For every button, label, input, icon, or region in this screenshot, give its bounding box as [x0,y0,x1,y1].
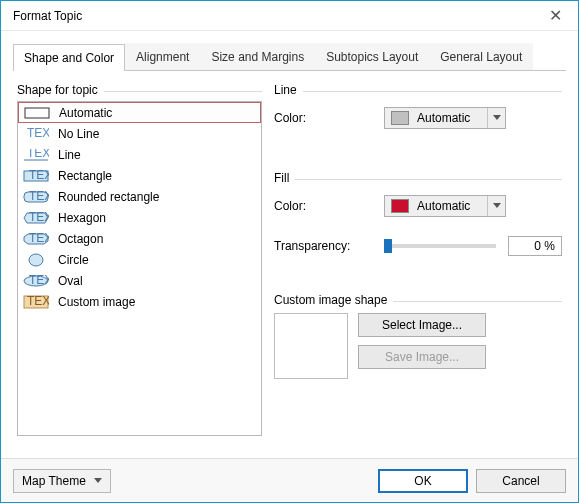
line-color-select[interactable]: Automatic [384,107,506,129]
triangle-down-icon [94,478,102,484]
svg-text:TEXT: TEXT [27,149,49,160]
transparency-label: Transparency: [274,239,384,253]
rectangle-outline-icon [23,106,51,120]
svg-marker-18 [493,203,501,208]
svg-text:TEXT: TEXT [29,275,49,287]
svg-rect-0 [25,108,49,118]
rectangle-icon: TEXT [22,169,50,183]
cancel-button[interactable]: Cancel [476,469,566,493]
fill-color-value: Automatic [415,199,487,213]
shape-item-rectangle[interactable]: TEXT Rectangle [18,165,261,186]
fill-group-title: Fill [274,171,295,185]
no-line-icon: TEXT [22,127,50,141]
tab-general-layout[interactable]: General Layout [429,43,533,70]
chevron-down-icon [487,108,505,128]
custom-image-title: Custom image shape [274,293,393,307]
hexagon-icon: TEXT [22,211,50,225]
fill-color-select[interactable]: Automatic [384,195,506,217]
shape-item-label: Rectangle [58,169,112,183]
tab-alignment[interactable]: Alignment [125,43,200,70]
slider-thumb[interactable] [384,239,392,253]
transparency-input[interactable] [508,236,562,256]
map-theme-dropdown[interactable]: Map Theme [13,469,111,493]
custom-image-group: Custom image shape Select Image... Save … [274,293,562,379]
shape-item-label: No Line [58,127,99,141]
shape-for-topic-label: Shape for topic [17,83,104,97]
svg-text:TEXT: TEXT [27,295,49,308]
custom-image-icon: TEXT [22,295,50,309]
svg-point-12 [29,254,43,266]
fill-color-swatch [391,199,409,213]
svg-marker-19 [94,478,102,483]
oval-icon: TEXT [22,274,50,288]
svg-text:TEXT: TEXT [29,233,49,245]
dialog-footer: Map Theme OK Cancel [1,458,578,502]
shape-item-custom-image[interactable]: TEXT Custom image [18,291,261,312]
line-color-label: Color: [274,111,384,125]
save-image-button: Save Image... [358,345,486,369]
svg-text:TEXT: TEXT [29,191,49,203]
circle-icon [22,253,50,267]
shape-item-automatic[interactable]: Automatic [18,102,261,123]
line-color-value: Automatic [415,111,487,125]
fill-color-label: Color: [274,199,384,213]
shape-item-label: Line [58,148,81,162]
shape-item-label: Custom image [58,295,135,309]
shape-item-octagon[interactable]: TEXT Octagon [18,228,261,249]
shape-item-label: Octagon [58,232,103,246]
transparency-slider[interactable] [384,244,496,248]
rounded-rectangle-icon: TEXT [22,190,50,204]
octagon-icon: TEXT [22,232,50,246]
window-title: Format Topic [9,9,540,23]
select-image-button[interactable]: Select Image... [358,313,486,337]
tab-subtopics-layout[interactable]: Subtopics Layout [315,43,429,70]
shape-item-label: Circle [58,253,89,267]
shape-item-label: Hexagon [58,211,106,225]
shape-item-hexagon[interactable]: TEXT Hexagon [18,207,261,228]
shape-list[interactable]: Automatic TEXT No Line TEXT Line TEXT Re… [17,101,262,436]
svg-marker-17 [493,115,501,120]
tab-size-and-margins[interactable]: Size and Margins [200,43,315,70]
shape-for-topic-group: Shape for topic Automatic TEXT No Line T… [17,83,262,436]
shape-item-line[interactable]: TEXT Line [18,144,261,165]
svg-text:TEXT: TEXT [27,128,49,140]
shape-item-oval[interactable]: TEXT Oval [18,270,261,291]
custom-image-preview [274,313,348,379]
title-bar: Format Topic ✕ [1,1,578,31]
shape-item-rounded-rectangle[interactable]: TEXT Rounded rectangle [18,186,261,207]
line-group-title: Line [274,83,303,97]
tab-shape-and-color[interactable]: Shape and Color [13,44,125,71]
line-color-swatch [391,111,409,125]
shape-item-circle[interactable]: Circle [18,249,261,270]
line-icon: TEXT [22,148,50,162]
svg-text:TEXT: TEXT [29,170,49,182]
chevron-down-icon [487,196,505,216]
shape-item-label: Oval [58,274,83,288]
map-theme-label: Map Theme [22,474,86,488]
line-group: Line Color: Automatic [274,83,562,131]
shape-item-no-line[interactable]: TEXT No Line [18,123,261,144]
shape-item-label: Automatic [59,106,112,120]
tab-strip: Shape and Color Alignment Size and Margi… [13,43,566,71]
close-icon[interactable]: ✕ [540,1,570,31]
svg-text:TEXT: TEXT [29,212,49,224]
fill-group: Fill Color: Automatic Transparency: [274,171,562,259]
shape-item-label: Rounded rectangle [58,190,159,204]
ok-button[interactable]: OK [378,469,468,493]
